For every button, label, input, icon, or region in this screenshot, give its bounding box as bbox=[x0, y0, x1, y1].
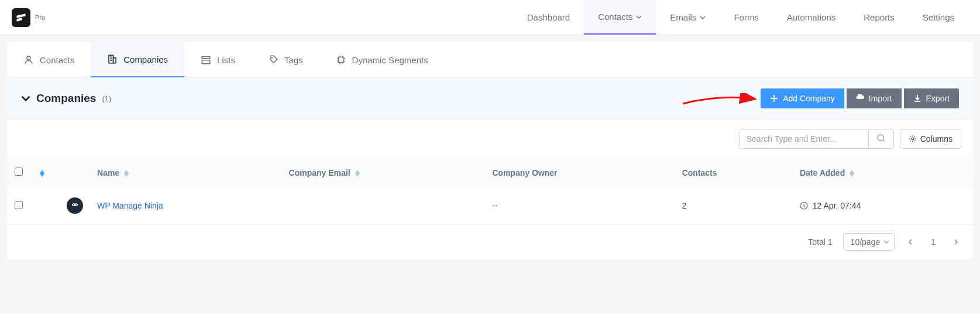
total-label: Total 1 bbox=[808, 237, 832, 247]
chevron-down-icon bbox=[21, 94, 30, 103]
building-icon bbox=[107, 54, 118, 64]
header-date-added[interactable]: Date Added bbox=[793, 158, 973, 187]
nav-label: Emails bbox=[670, 12, 696, 22]
sub-tabs: Contacts Companies Lists Tags Dynamic Se… bbox=[7, 42, 973, 78]
tab-contacts[interactable]: Contacts bbox=[7, 42, 91, 77]
nav-forms[interactable]: Forms bbox=[720, 0, 773, 35]
next-page-button[interactable] bbox=[951, 235, 961, 249]
search-input[interactable] bbox=[740, 129, 868, 148]
import-button[interactable]: Import bbox=[847, 88, 902, 108]
person-icon bbox=[23, 54, 34, 65]
nav-emails[interactable]: Emails bbox=[656, 0, 720, 35]
count-badge: (1) bbox=[102, 94, 111, 103]
button-label: Import bbox=[869, 94, 892, 103]
header-email[interactable]: Company Email bbox=[282, 158, 486, 187]
tab-label: Lists bbox=[217, 55, 235, 65]
nav-dashboard[interactable]: Dashboard bbox=[513, 0, 584, 35]
select-all-checkbox[interactable] bbox=[15, 168, 23, 176]
select-label: 10/page bbox=[851, 237, 881, 247]
nav-contacts[interactable]: Contacts bbox=[584, 0, 656, 35]
chevron-down-icon bbox=[883, 239, 889, 245]
svg-marker-25 bbox=[124, 173, 129, 177]
cloud-upload-icon bbox=[856, 94, 864, 103]
svg-marker-29 bbox=[850, 173, 854, 177]
nav-label: Reports bbox=[864, 12, 895, 22]
ninja-icon bbox=[70, 200, 80, 211]
company-owner: -- bbox=[492, 201, 497, 210]
nav-label: Forms bbox=[734, 12, 759, 22]
app-logo[interactable] bbox=[12, 8, 30, 27]
svg-marker-23 bbox=[40, 173, 44, 177]
button-label: Export bbox=[926, 94, 950, 103]
chevron-down-icon bbox=[700, 15, 706, 21]
chevron-left-icon bbox=[907, 239, 913, 245]
nav-reports[interactable]: Reports bbox=[850, 0, 909, 35]
header-name[interactable]: Name bbox=[90, 158, 282, 187]
tab-label: Tags bbox=[284, 55, 303, 65]
add-company-button[interactable]: Add Company bbox=[761, 88, 844, 108]
nav-label: Contacts bbox=[598, 12, 632, 22]
header-checkbox-cell bbox=[7, 158, 30, 187]
logo-area: Pro bbox=[12, 8, 45, 27]
clock-icon bbox=[800, 202, 808, 210]
svg-rect-2 bbox=[114, 58, 116, 63]
header-actions: Add Company Import Export bbox=[761, 88, 959, 108]
tab-lists[interactable]: Lists bbox=[184, 42, 252, 77]
header-contacts[interactable]: Contacts bbox=[675, 158, 793, 187]
nav-label: Dashboard bbox=[527, 12, 570, 22]
svg-point-33 bbox=[75, 204, 77, 206]
svg-point-31 bbox=[72, 203, 78, 206]
header-owner[interactable]: Company Owner bbox=[485, 158, 675, 187]
tab-dynamic-segments[interactable]: Dynamic Segments bbox=[319, 42, 445, 77]
caret-down-icon bbox=[850, 173, 854, 177]
chevron-down-icon bbox=[636, 14, 642, 20]
button-label: Add Company bbox=[783, 94, 835, 103]
header-label: Name bbox=[97, 168, 119, 178]
annotation-arrow bbox=[682, 93, 758, 106]
svg-point-8 bbox=[271, 57, 273, 59]
companies-table: Name Company Email Company Owner Contact… bbox=[7, 158, 973, 225]
tag-icon bbox=[268, 54, 278, 65]
export-button[interactable]: Export bbox=[904, 88, 959, 108]
row-checkbox[interactable] bbox=[15, 201, 23, 209]
columns-button[interactable]: Columns bbox=[900, 129, 961, 149]
search-icon bbox=[877, 134, 885, 142]
page-title-area[interactable]: Companies (1) bbox=[21, 92, 111, 105]
nav-automations[interactable]: Automations bbox=[773, 0, 850, 35]
current-page[interactable]: 1 bbox=[926, 237, 940, 247]
pagination: Total 1 10/page 1 bbox=[7, 225, 973, 259]
button-label: Columns bbox=[920, 134, 953, 144]
nav-settings[interactable]: Settings bbox=[909, 0, 968, 35]
svg-rect-6 bbox=[202, 57, 210, 59]
svg-marker-27 bbox=[355, 173, 360, 177]
download-icon bbox=[913, 94, 921, 103]
caret-down-icon bbox=[40, 173, 44, 177]
per-page-select[interactable]: 10/page bbox=[843, 233, 895, 251]
header-label: Company Email bbox=[289, 168, 350, 178]
header-label: Date Added bbox=[800, 168, 845, 178]
svg-line-20 bbox=[883, 140, 885, 142]
pro-badge: Pro bbox=[35, 14, 45, 21]
caret-down-icon bbox=[355, 173, 360, 177]
nav-label: Settings bbox=[923, 12, 954, 22]
header-label: Contacts bbox=[682, 168, 717, 178]
nav-label: Automations bbox=[787, 12, 835, 22]
nav-items: Dashboard Contacts Emails Forms Automati… bbox=[513, 0, 968, 35]
search-box bbox=[739, 129, 894, 149]
svg-point-21 bbox=[912, 138, 914, 140]
header-avatar-cell bbox=[60, 158, 90, 187]
header-sort-cell[interactable] bbox=[30, 158, 60, 187]
page-header: Companies (1) Add Company Import Export bbox=[7, 78, 973, 120]
caret-down-icon bbox=[124, 173, 129, 177]
tab-companies[interactable]: Companies bbox=[91, 42, 184, 77]
svg-point-0 bbox=[27, 56, 30, 60]
tab-label: Contacts bbox=[40, 55, 74, 65]
tab-label: Companies bbox=[123, 54, 168, 64]
company-avatar bbox=[67, 197, 83, 214]
tab-tags[interactable]: Tags bbox=[252, 42, 319, 77]
company-name-link[interactable]: WP Manage Ninja bbox=[97, 201, 163, 210]
list-icon bbox=[201, 54, 211, 65]
prev-page-button[interactable] bbox=[905, 235, 916, 249]
search-button[interactable] bbox=[868, 129, 893, 148]
tab-label: Dynamic Segments bbox=[352, 55, 428, 65]
